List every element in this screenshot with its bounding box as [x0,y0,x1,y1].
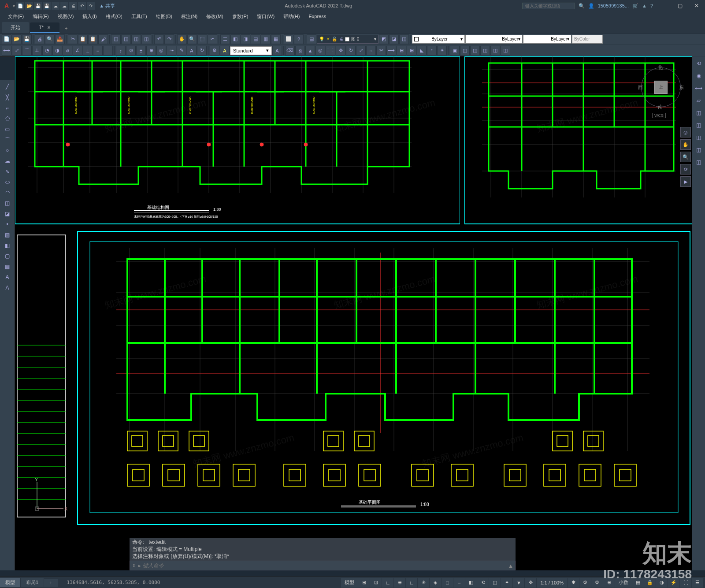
menu-help[interactable]: 帮助(H) [279,12,304,21]
workspace-icon[interactable]: ⚙ [591,578,603,588]
new-icon[interactable]: 📄 [16,2,24,10]
command-line[interactable]: ⠿ ▸ ▴ [130,561,516,570]
orbit-icon[interactable]: ⟳ [680,164,691,175]
dist-icon[interactable]: ⟷ [694,83,704,93]
nav1-icon[interactable]: ◫ [694,120,704,130]
annoscale-button[interactable]: 1:1 / 100% [537,578,567,588]
iso-icon[interactable]: ◈ [430,578,441,588]
zoom2-icon[interactable]: 🔍 [680,152,691,162]
app-logo[interactable]: A [2,2,11,9]
mirror-icon[interactable]: ▲ [305,46,315,56]
nav4-icon[interactable]: ◫ [694,157,704,167]
group-icon[interactable]: ◫ [460,46,470,56]
zoomprev-icon[interactable]: ⤺ [208,34,217,44]
copy2-icon[interactable]: ⎘ [295,46,305,56]
infer-icon[interactable]: ∟ [382,578,393,588]
nav3-icon[interactable]: ◫ [694,145,704,155]
zoomwin-icon[interactable]: ⬚ [197,34,207,44]
quickprop-icon[interactable]: ▤ [632,578,644,588]
viewcube-south[interactable]: 南 [658,104,663,110]
block3-icon[interactable]: ◫ [131,34,141,44]
viewcube-east[interactable]: 东 [679,84,684,91]
pan2-icon[interactable]: ✋ [680,139,691,150]
annovisible-icon[interactable]: ✱ [568,578,579,588]
signin-icon[interactable]: 👤 [588,3,594,9]
point-icon[interactable]: • [2,220,13,229]
pan-icon[interactable]: ✋ [177,34,187,44]
open-icon[interactable]: 📂 [12,34,22,44]
zoom-icon[interactable]: 🔍 [187,34,197,44]
array-icon[interactable]: ⋮⋮ [326,46,335,56]
tab-start[interactable]: 开始 [2,22,29,33]
xline-icon[interactable]: ╳ [2,93,13,102]
redo-icon[interactable]: ↷ [87,2,95,10]
new-icon[interactable]: 📄 [2,34,11,44]
menu-dimension[interactable]: 标注(N) [177,12,202,21]
menu-express[interactable]: Express [304,13,330,20]
line-icon[interactable]: ╱ [2,82,13,92]
hatch-icon[interactable]: ▨ [2,230,13,240]
3dosnap-icon[interactable]: ◫ [489,578,501,588]
makeblock-icon[interactable]: ◪ [2,209,13,219]
move-icon[interactable]: ✥ [336,46,345,56]
viewcube-west[interactable]: 西 [638,84,643,91]
offset-icon[interactable]: ◎ [315,46,325,56]
share-button[interactable]: ▲ 共享 [99,3,115,9]
web-save-icon[interactable]: ☁ [60,2,68,10]
copy-icon[interactable]: 📋 [78,34,88,44]
layerprev-icon[interactable]: ◫ [399,34,409,44]
selcycle-icon[interactable]: ⟲ [477,578,489,588]
refedit-icon[interactable]: ◫ [480,46,490,56]
sel-cycle-icon[interactable]: ⟲ [694,58,704,69]
menu-parametric[interactable]: 参数(P) [228,12,253,21]
paste-icon[interactable]: 📋 [88,34,98,44]
units-button[interactable]: 小数 [615,578,632,588]
inspect-icon[interactable]: ◎ [156,46,166,56]
dim-space-icon[interactable]: ↕ [116,46,126,56]
arc-icon[interactable]: ⌒ [2,135,13,145]
trim-icon[interactable]: ✂ [376,46,386,56]
grid-icon[interactable]: ⊞ [358,578,370,588]
custom-icon[interactable]: ☰ [692,578,703,588]
layer-manager-icon[interactable]: ▤ [307,34,316,44]
viewcube-north[interactable]: 北 [658,64,663,71]
web-open-icon[interactable]: ☁ [52,2,59,10]
gizmo-icon[interactable]: ✥ [525,578,536,588]
stretch-icon[interactable]: ↔ [366,46,376,56]
ellipse-icon[interactable]: ⬭ [2,177,13,187]
dimstyle-icon[interactable]: ⚙ [210,46,219,56]
dcenter-icon[interactable]: ◧ [230,34,240,44]
dim-jogged-icon[interactable]: ◑ [52,46,62,56]
cleanscreen-icon[interactable]: ⬜ [284,34,293,44]
menu-edit[interactable]: 编辑(E) [28,12,53,21]
snap-icon[interactable]: ⊡ [370,578,382,588]
ellipsearc-icon[interactable]: ◠ [2,188,13,197]
print-icon[interactable]: 🖨 [35,34,45,44]
linetype-dropdown[interactable]: ByLayer▾ [465,35,523,44]
dim-radius-icon[interactable]: ◔ [42,46,52,56]
annoauto-icon[interactable]: ⚙ [579,578,591,588]
menu-window[interactable]: 窗口(W) [252,12,279,21]
undo2-icon[interactable]: ↶ [154,34,164,44]
saveas-icon[interactable]: 💾 [43,2,51,10]
ortho-icon[interactable]: ∟ [406,578,417,588]
hwacc-icon[interactable]: ⚡ [668,578,679,588]
explode-icon[interactable]: ✴ [437,46,447,56]
dynamic-icon[interactable]: ⊕ [394,578,405,588]
publish-icon[interactable]: 📤 [55,34,65,44]
dim-quick-icon[interactable]: ⟂ [83,46,93,56]
save-icon[interactable]: 💾 [22,34,32,44]
mtext2-icon[interactable]: A [2,272,13,282]
menu-modify[interactable]: 修改(M) [202,12,228,21]
properties-icon[interactable]: ☰ [220,34,230,44]
textstyle-icon[interactable]: A [220,46,230,56]
model-tab[interactable]: 模型 [0,578,20,587]
undo-icon[interactable]: ↶ [78,2,86,10]
dim-aligned-icon[interactable]: ⤢ [12,46,22,56]
user-name[interactable]: 1505999135... [598,3,629,8]
menu-view[interactable]: 视图(V) [53,12,78,21]
isolate-icon[interactable]: ◑ [656,578,668,588]
dim-arc-icon[interactable]: ⌒ [22,46,32,56]
fillet-icon[interactable]: ◜ [427,46,437,56]
showmotion-icon[interactable]: ▶ [680,176,691,187]
